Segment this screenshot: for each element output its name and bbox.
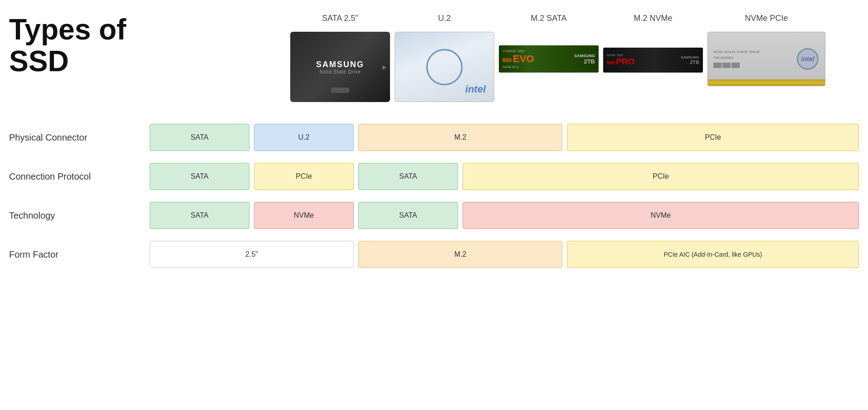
label-physical-connector: Physical Connector <box>9 120 150 155</box>
cell-ff-m2: M.2 <box>358 241 562 268</box>
title-block: Types of SSD <box>9 14 150 78</box>
column-m2nvme: M.2 NVMe NVMe SSD 960 PRO SAMSUNG 2TB <box>603 14 703 102</box>
cells-technology: SATA NVMe SATA NVMe <box>150 198 859 233</box>
m2nvme-2tb: 2TB <box>690 59 699 65</box>
pcie-gold-strip <box>708 79 825 86</box>
m2nvme-image-wrap: NVMe SSD 960 PRO SAMSUNG 2TB <box>603 48 703 73</box>
pcie-intel-circle: intel <box>797 48 819 70</box>
samsung-sub-label: Solid State Drive <box>319 69 361 74</box>
m2nvme-pro: PRO <box>616 57 634 67</box>
cell-pc-pcie: PCIe <box>567 124 859 151</box>
image-nvme-pcie: INTEL SOLID-STATE DRIVE 750 SERIES intel <box>707 32 825 86</box>
column-nvmepcie: NVMe PCIe INTEL SOLID-STATE DRIVE 750 SE… <box>707 14 825 102</box>
col-header-m2nvme: M.2 NVMe <box>634 14 672 27</box>
pcie-series-label: 750 SERIES <box>713 56 792 60</box>
column-sata25: SATA 2.5" SAMSUNG Solid State Drive ▶ <box>290 14 390 102</box>
cell-cp-sata: SATA <box>150 163 249 190</box>
pcie-chip1 <box>713 63 722 68</box>
label-technology: Technology <box>9 198 150 233</box>
image-intel-u2: intel <box>395 32 494 102</box>
col-header-nvmepcie: NVMe PCIe <box>745 14 788 27</box>
image-m2-sata: V-NAND SSD 860 EVO SATA M.2 SAMSUNG 2TB <box>499 45 599 73</box>
cells-form-factor: 2.5" M.2 PCIe AIC (Add-In-Card, like GPU… <box>150 237 859 272</box>
column-m2sata: M.2 SATA V-NAND SSD 860 EVO SATA M.2 <box>499 14 599 102</box>
label-form-factor: Form Factor <box>9 237 150 272</box>
cell-cp-pcie-wide: PCIe <box>463 163 859 190</box>
pcie-chip2 <box>722 63 731 68</box>
column-u2: U.2 intel <box>395 14 494 102</box>
cell-cp-sata-m2: SATA <box>358 163 458 190</box>
m2nvme-960: 960 <box>607 60 615 65</box>
m2nvme-960-wrap: 960 PRO <box>607 57 635 67</box>
cell-ff-25: 2.5" <box>150 241 354 268</box>
m2sata-2tb: 2TB <box>584 58 595 65</box>
header-and-images: SATA 2.5" SAMSUNG Solid State Drive ▶ U.… <box>290 14 825 102</box>
m2nvme-samsung: SAMSUNG <box>681 55 699 59</box>
samsung-brand-label: SAMSUNG <box>316 60 364 69</box>
pcie-board-content: INTEL SOLID-STATE DRIVE 750 SERIES <box>712 48 794 70</box>
image-m2-nvme: NVMe SSD 960 PRO SAMSUNG 2TB <box>603 48 703 73</box>
m2sata-samsung: SAMSUNG <box>574 54 595 58</box>
cell-ff-pcie-aic: PCIe AIC (Add-In-Card, like GPUs) <box>567 241 859 268</box>
m2sata-nand-label: V-NAND SSD <box>502 49 525 53</box>
m2nvme-right: SAMSUNG 2TB <box>681 55 699 65</box>
intel-text-u2: intel <box>465 83 486 95</box>
cells-physical-connector: SATA U.2 M.2 PCIe <box>150 120 859 155</box>
row-form-factor: Form Factor 2.5" M.2 PCIe AIC (Add-In-Ca… <box>9 237 859 272</box>
cell-pc-m2: M.2 <box>358 124 562 151</box>
cells-connection-protocol: SATA PCIe SATA PCIe <box>150 159 859 194</box>
cell-pc-u2: U.2 <box>254 124 354 151</box>
cell-cp-pcie-u2: PCIe <box>254 163 354 190</box>
u2-circle <box>426 49 463 85</box>
cell-tech-sata: SATA <box>150 202 249 229</box>
m2nvme-labels: NVMe SSD 960 PRO <box>607 54 635 67</box>
samsung-arrow: ▶ <box>382 64 386 70</box>
image-samsung-sata: SAMSUNG Solid State Drive ▶ <box>290 32 390 102</box>
m2sata-labels: V-NAND SSD 860 EVO SATA M.2 <box>502 49 534 69</box>
col-header-m2sata: M.2 SATA <box>531 14 566 27</box>
m2sata-right: SAMSUNG 2TB <box>574 54 595 65</box>
col-header-u2: U.2 <box>438 14 451 27</box>
u2-inner: intel <box>395 32 494 102</box>
row-technology: Technology SATA NVMe SATA NVMe <box>9 198 859 233</box>
m2sata-image-wrap: V-NAND SSD 860 EVO SATA M.2 SAMSUNG 2TB <box>499 45 599 73</box>
m2sata-evo: EVO <box>513 53 534 65</box>
data-section: Physical Connector SATA U.2 M.2 PCIe <box>9 120 859 272</box>
cell-tech-sata-m2: SATA <box>358 202 458 229</box>
main-container: Types of SSD SATA 2.5" SAMSUNG Solid Sta… <box>0 0 868 410</box>
pcie-intel-logo-wrap: intel <box>794 48 821 70</box>
cell-pc-sata: SATA <box>150 124 249 151</box>
row-physical-connector: Physical Connector SATA U.2 M.2 PCIe <box>9 120 859 155</box>
pcie-intel-label: INTEL SOLID-STATE DRIVE <box>713 50 792 54</box>
m2sata-sata-label: SATA M.2 <box>502 65 518 69</box>
pcie-chip3 <box>731 63 740 68</box>
samsung-notch <box>331 88 349 93</box>
m2nvme-nvmssd: NVMe SSD <box>607 54 623 57</box>
page-title: Types of SSD <box>9 14 150 78</box>
col-header-sata25: SATA 2.5" <box>322 14 358 27</box>
row-connection-protocol: Connection Protocol SATA PCIe SATA PCIe <box>9 159 859 194</box>
m2sata-860: 860 <box>502 57 512 63</box>
label-connection-protocol: Connection Protocol <box>9 159 150 194</box>
cell-tech-nvme-u2: NVMe <box>254 202 354 229</box>
m2sata-860-wrap: 860 EVO <box>502 53 534 65</box>
cell-tech-nvme-wide: NVMe <box>463 202 859 229</box>
pcie-chips <box>713 63 792 68</box>
